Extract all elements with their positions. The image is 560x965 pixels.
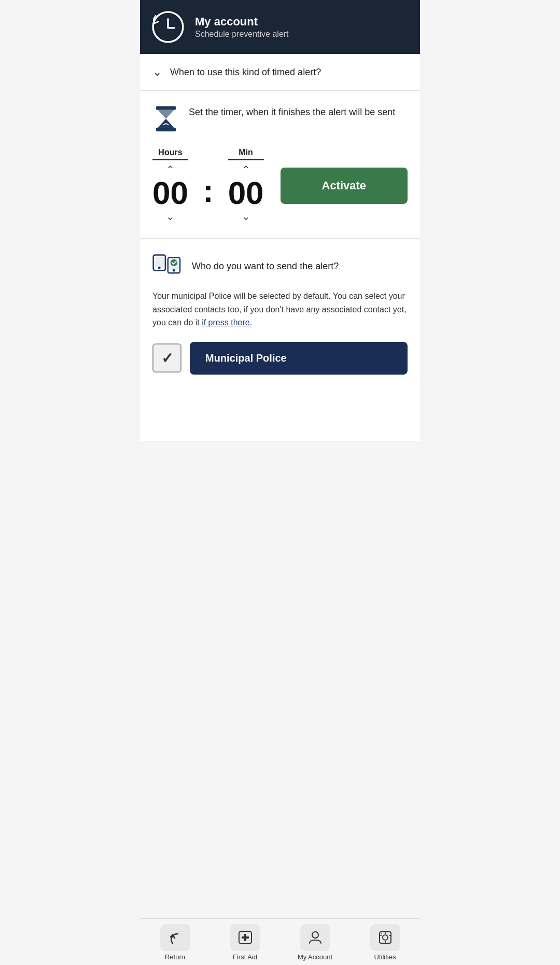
send-alert-section: Who do you want to send the alert? Your … xyxy=(140,239,420,389)
police-checkbox[interactable]: ✓ xyxy=(152,343,181,373)
svg-point-9 xyxy=(171,259,177,266)
timer-description-block: Set the timer, when it finishes the aler… xyxy=(152,105,408,132)
svg-rect-1 xyxy=(156,106,176,110)
min-label: Min xyxy=(228,148,264,160)
page-title: My account xyxy=(195,15,289,29)
hours-spinner: Hours ⌃ 00 ⌄ xyxy=(152,148,188,224)
svg-rect-2 xyxy=(156,128,176,131)
main-content: ⌄ When to use this kind of timed alert? … xyxy=(140,54,420,441)
page-subtitle: Schedule preventive alert xyxy=(195,30,289,39)
clock-icon xyxy=(150,9,186,45)
send-header: Who do you want to send the alert? xyxy=(152,253,408,279)
hours-down-button[interactable]: ⌄ xyxy=(160,209,181,224)
faq-row[interactable]: ⌄ When to use this kind of timed alert? xyxy=(140,54,420,91)
timer-description-text: Set the timer, when it finishes the aler… xyxy=(189,105,395,119)
svg-rect-4 xyxy=(155,257,164,267)
activate-button[interactable]: Activate xyxy=(281,168,408,204)
checkmark-icon: ✓ xyxy=(161,350,173,367)
faq-question: When to use this kind of timed alert? xyxy=(170,67,321,78)
chevron-down-icon: ⌄ xyxy=(152,65,162,79)
timer-controls: Hours ⌃ 00 ⌄ : Min ⌃ 00 ⌄ Activate xyxy=(152,148,408,224)
send-alert-icon xyxy=(152,253,183,279)
send-description-text: Your municipal Police will be selected b… xyxy=(152,292,407,327)
municipal-police-button[interactable]: Municipal Police xyxy=(190,342,408,375)
minutes-spinner: Min ⌃ 00 ⌄ xyxy=(228,148,264,224)
send-description: Your municipal Police will be selected b… xyxy=(152,290,408,329)
time-separator: : xyxy=(201,172,216,209)
header-text-block: My account Schedule preventive alert xyxy=(195,15,289,39)
timer-section: Set the timer, when it finishes the aler… xyxy=(140,91,420,239)
send-alert-title: Who do you want to send the alert? xyxy=(192,261,339,272)
police-row: ✓ Municipal Police xyxy=(152,342,408,375)
minutes-value: 00 xyxy=(228,177,264,209)
minutes-down-button[interactable]: ⌄ xyxy=(235,209,257,224)
hours-value: 00 xyxy=(152,177,188,209)
svg-point-8 xyxy=(173,269,175,272)
hours-label: Hours xyxy=(152,148,188,160)
svg-point-5 xyxy=(158,267,161,269)
press-here-link[interactable]: if press there. xyxy=(202,318,252,327)
app-header: My account Schedule preventive alert xyxy=(140,0,420,54)
hourglass-icon xyxy=(152,105,179,132)
